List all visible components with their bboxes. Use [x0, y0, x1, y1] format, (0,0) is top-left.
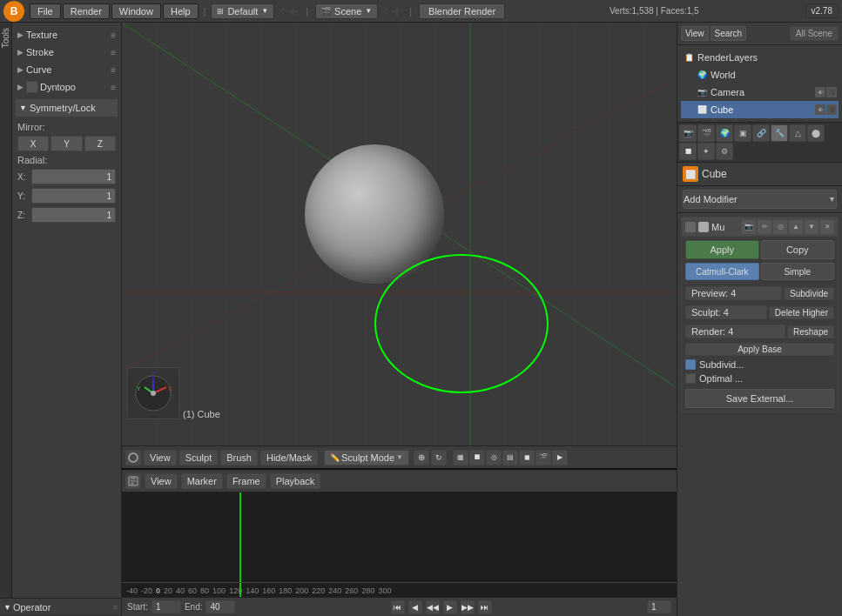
proportional-toggle[interactable]: ◎ — [486, 450, 502, 465]
mirror-x-btn[interactable]: X — [17, 136, 49, 151]
cube-icon: ⬜ — [696, 104, 708, 116]
view-button-1[interactable]: ↻ — [431, 450, 447, 465]
symmetry-header[interactable]: ▼ Symmetry/Lock — [16, 99, 118, 117]
anim-mode-btn[interactable]: ▶ — [552, 450, 568, 465]
tl-playback-btn[interactable]: Playback — [270, 473, 321, 489]
timeline-icon[interactable] — [125, 473, 141, 489]
mod-render-btn[interactable]: 📷 — [742, 220, 756, 234]
tree-renderlayers[interactable]: 📋 RenderLayers — [681, 49, 839, 66]
tab-particles[interactable]: ✦ — [697, 143, 715, 160]
tab-material[interactable]: ⬤ — [807, 124, 825, 142]
simple-tab[interactable]: Simple — [761, 263, 835, 280]
tab-physics[interactable]: ⚙ — [716, 143, 733, 160]
mod-cage-btn[interactable]: ◎ — [773, 220, 787, 234]
skip-end-btn[interactable]: ⏭ — [478, 600, 492, 614]
extra-toggle[interactable]: ◼ — [519, 450, 535, 465]
camera-eye-icon[interactable]: 👁 — [815, 87, 825, 97]
copy-btn[interactable]: Copy — [761, 240, 835, 259]
delete-higher-btn[interactable]: Delete Higher — [769, 306, 834, 319]
tab-object[interactable]: ▣ — [734, 124, 751, 142]
file-menu[interactable]: File — [30, 3, 61, 19]
window-menu[interactable]: Window — [111, 3, 161, 19]
tab-texture[interactable]: 🔲 — [679, 143, 697, 160]
tab-data[interactable]: △ — [789, 124, 806, 142]
play-reverse-btn[interactable]: ◀◀ — [426, 600, 440, 614]
radial-z-field[interactable]: 1 — [31, 207, 116, 223]
render-mode-btn[interactable]: 🎬 — [536, 450, 551, 465]
dyntopo-checkbox[interactable] — [26, 81, 38, 93]
nav-gizmo[interactable]: X Y Z — [127, 367, 179, 419]
radial-x-field[interactable]: 1 — [31, 169, 116, 184]
mod-down-btn[interactable]: ▼ — [805, 220, 818, 234]
reshape-btn[interactable]: Reshape — [787, 325, 834, 338]
tab-world[interactable]: 🌍 — [716, 124, 733, 142]
tl-view-btn[interactable]: View — [145, 473, 178, 489]
mod-visibility-toggle[interactable] — [685, 222, 696, 232]
cube-render-icon[interactable]: 🎥 — [826, 104, 837, 115]
layout-select[interactable]: ⊞ Default ▼ — [211, 3, 274, 19]
tree-world[interactable]: 🌍 World — [681, 66, 839, 84]
right-panel: View Search All Scene 📋 RenderLayers 🌍 W… — [677, 23, 842, 616]
curve-tool[interactable]: ▶ Curve ≡ — [16, 61, 118, 78]
tab-constraints[interactable]: 🔗 — [752, 124, 770, 142]
stroke-tool[interactable]: ▶ Stroke ≡ — [16, 44, 118, 61]
sculpt-mode-select[interactable]: ✏️ Sculpt Mode ▼ — [324, 450, 409, 465]
texture-tool[interactable]: ▶ Texture ≡ — [16, 26, 118, 44]
timeline-content[interactable]: -40 -20 0 20 40 60 80 100 120 140 160 18… — [122, 492, 677, 597]
operator-header[interactable]: ▼ Operator ≡ — [0, 599, 121, 616]
grid-toggle[interactable]: ▦ — [453, 450, 468, 465]
mirror-y-btn[interactable]: Y — [51, 136, 82, 151]
blender-logo-icon[interactable]: B — [3, 1, 24, 22]
end-frame-input[interactable]: 40 — [205, 600, 235, 613]
mirror-z-btn[interactable]: Z — [84, 136, 116, 151]
brush-menu-btn[interactable]: Brush — [220, 450, 258, 465]
tree-camera[interactable]: 📷 Camera 👁 🎥 — [681, 84, 839, 101]
mod-expand-btn[interactable]: ▲ — [789, 220, 803, 234]
view-btn[interactable]: View — [681, 26, 709, 41]
tl-frame-btn[interactable]: Frame — [226, 473, 266, 489]
tab-modifier[interactable]: 🔧 — [771, 124, 788, 142]
skip-start-btn[interactable]: ⏮ — [391, 600, 405, 614]
start-frame-input[interactable]: 1 — [152, 600, 181, 613]
render-menu[interactable]: Render — [63, 3, 110, 19]
cube-eye-icon[interactable]: 👁 — [815, 104, 825, 115]
snap-toggle[interactable]: 🔲 — [469, 450, 485, 465]
subdivid-checkbox[interactable] — [685, 359, 696, 370]
next-frame-btn[interactable]: ▶▶ — [461, 600, 475, 614]
tree-cube[interactable]: ⬜ Cube 👁 🎥 — [681, 101, 839, 118]
optimal-checkbox-row: Optimal ... — [682, 372, 838, 385]
radial-y-field[interactable]: 1 — [31, 188, 116, 204]
tl-num-240: 240 — [328, 586, 341, 595]
catmull-clark-tab[interactable]: Catmull-Clark — [685, 263, 759, 280]
camera-render-icon[interactable]: 🎥 — [826, 87, 837, 97]
global-local-toggle[interactable]: ⊕ — [414, 450, 429, 465]
playhead[interactable] — [239, 492, 241, 597]
save-external-btn[interactable]: Save External... — [685, 389, 834, 408]
play-btn[interactable]: ▶ — [443, 600, 457, 614]
hide-mask-menu-btn[interactable]: Hide/Mask — [260, 450, 318, 465]
tl-marker-btn[interactable]: Marker — [181, 473, 223, 489]
apply-base-btn[interactable]: Apply Base — [685, 343, 834, 356]
view-menu-btn[interactable]: View — [144, 450, 177, 465]
prev-frame-btn[interactable]: ◀ — [408, 600, 422, 614]
render-engine-select[interactable]: Blender Render — [419, 3, 505, 19]
subdivide-btn[interactable]: Subdivide — [784, 287, 834, 300]
tab-scene[interactable]: 🎬 — [697, 124, 715, 142]
help-menu[interactable]: Help — [163, 3, 199, 19]
optimal-checkbox[interactable] — [685, 373, 696, 384]
tools-tab[interactable]: Tools — [0, 23, 12, 53]
tab-render[interactable]: 📷 — [679, 124, 697, 142]
mod-close-btn[interactable]: ✕ — [820, 220, 834, 234]
dyntopo-tool[interactable]: ▶ Dyntopo ≡ — [16, 78, 118, 96]
sculpt-menu-btn[interactable]: Sculpt — [179, 450, 219, 465]
main-viewport[interactable]: User Ortho — [122, 23, 677, 445]
add-modifier-btn[interactable]: Add Modifier ▼ — [683, 190, 837, 209]
svg-text:Z: Z — [152, 372, 156, 378]
scene-select[interactable]: 🎬 Scene ▼ — [315, 3, 378, 19]
apply-btn[interactable]: Apply — [685, 240, 759, 259]
viewport-icon[interactable] — [125, 450, 141, 465]
search-btn[interactable]: Search — [711, 26, 747, 41]
mod-edit-btn[interactable]: ✏ — [758, 220, 771, 234]
current-frame-input[interactable]: 1 — [647, 600, 671, 613]
onion-toggle[interactable]: ▤ — [502, 450, 518, 465]
